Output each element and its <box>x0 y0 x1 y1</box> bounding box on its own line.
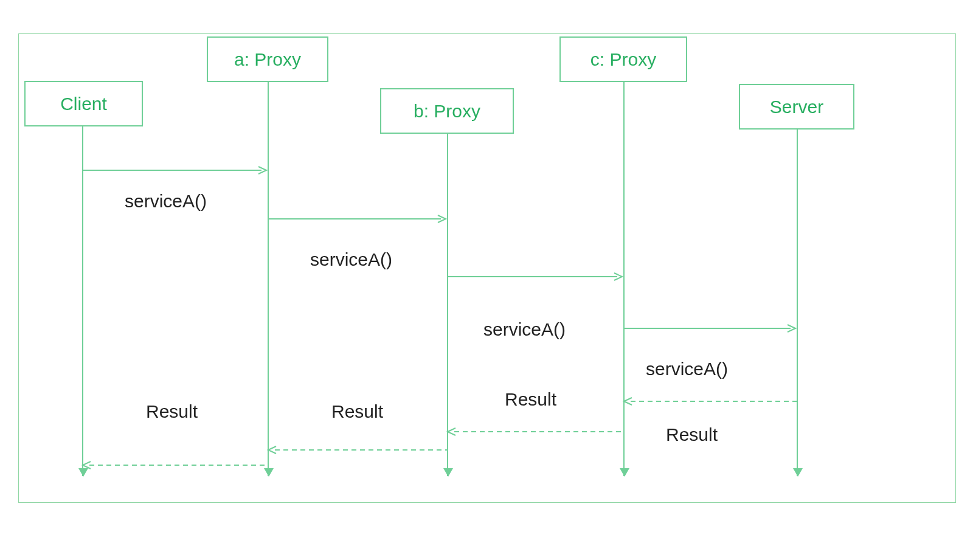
arrow-r3 <box>447 427 623 436</box>
arrow-r2 <box>268 446 447 454</box>
participant-proxy-b-label: b: Proxy <box>414 101 480 122</box>
participant-proxy-a-label: a: Proxy <box>234 49 301 70</box>
lifeline-proxy-c <box>623 82 625 476</box>
arrow-m3 <box>447 272 623 281</box>
lifeline-proxy-a <box>268 82 269 476</box>
lifeline-proxy-b <box>447 134 448 476</box>
svg-marker-0 <box>78 468 88 477</box>
svg-marker-4 <box>793 468 803 477</box>
participant-proxy-a: a: Proxy <box>207 36 328 82</box>
svg-marker-2 <box>443 468 453 477</box>
svg-marker-1 <box>264 468 274 477</box>
lifeline-server <box>797 130 798 476</box>
arrow-m2 <box>268 215 447 223</box>
label-m3: serviceA() <box>483 319 566 340</box>
participant-proxy-c: c: Proxy <box>559 36 687 82</box>
sequence-diagram: Client a: Proxy b: Proxy c: Proxy Server <box>0 0 973 560</box>
label-m2: serviceA() <box>310 249 392 270</box>
participant-server-label: Server <box>770 97 823 117</box>
participant-proxy-c-label: c: Proxy <box>590 49 656 70</box>
participant-server: Server <box>739 84 854 130</box>
participant-proxy-b: b: Proxy <box>380 88 514 134</box>
label-r2: Result <box>331 401 383 422</box>
arrow-r1 <box>82 461 268 469</box>
participant-client: Client <box>24 81 143 126</box>
label-r3: Result <box>505 389 556 410</box>
arrow-m4 <box>623 324 797 333</box>
arrow-r4 <box>623 397 797 406</box>
label-r1: Result <box>146 401 198 422</box>
label-r4: Result <box>666 424 718 445</box>
arrow-m1 <box>82 166 268 175</box>
label-m4: serviceA() <box>646 359 728 379</box>
lifeline-client <box>82 126 83 476</box>
label-m1: serviceA() <box>125 191 207 212</box>
participant-client-label: Client <box>60 94 107 114</box>
svg-marker-3 <box>620 468 629 477</box>
